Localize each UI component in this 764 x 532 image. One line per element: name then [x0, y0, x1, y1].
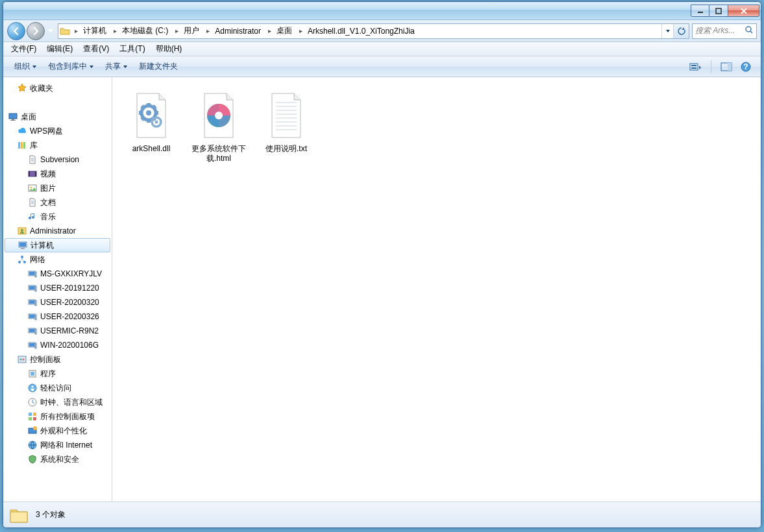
sidebar-item[interactable]: Subversion [3, 152, 112, 167]
file-label: 使用说明.txt [265, 144, 307, 154]
sidebar-item-label: 系统和安全 [40, 454, 79, 465]
svg-rect-64 [29, 413, 32, 416]
nav-bar: ▸ 计算机 ▸ 本地磁盘 (C:) ▸ 用户 ▸ Administrator ▸… [3, 20, 761, 42]
newfolder-button[interactable]: 新建文件夹 [133, 58, 184, 75]
breadcrumb[interactable]: 桌面 [274, 24, 296, 38]
sidebar-item-label: 文档 [40, 197, 56, 208]
address-bar[interactable]: ▸ 计算机 ▸ 本地磁盘 (C:) ▸ 用户 ▸ Administrator ▸… [58, 23, 689, 39]
sidebar-item[interactable]: 视频 [3, 167, 112, 181]
sidebar-item-label: 音乐 [40, 212, 56, 223]
svg-rect-14 [12, 119, 14, 120]
sidebar-item[interactable]: WPS网盘 [3, 124, 112, 138]
file-item[interactable]: 使用说明.txt [255, 85, 317, 167]
menu-edit[interactable]: 编辑(E) [42, 42, 78, 56]
forward-button[interactable] [27, 22, 45, 40]
chevron-right-icon[interactable]: ▸ [265, 24, 274, 38]
address-dropdown[interactable] [661, 24, 673, 38]
svg-rect-51 [29, 329, 34, 332]
status-text: 3 个对象 [36, 509, 66, 520]
sidebar-item[interactable]: 网络 [3, 252, 112, 267]
menu-help[interactable]: 帮助(H) [151, 42, 188, 56]
sidebar-item[interactable]: 系统和安全 [3, 452, 112, 466]
sidebar-item-label: 程序 [40, 369, 56, 380]
breadcrumb[interactable]: Administrator [212, 24, 265, 38]
svg-rect-52 [35, 329, 36, 334]
sidebar-item-label: 网络和 Internet [40, 440, 92, 451]
breadcrumb[interactable]: Arkshell.dll_V1.0_XiTongZhiJia [305, 24, 419, 38]
sidebar-item[interactable]: WIN-20200106G [3, 338, 112, 352]
view-options-button[interactable] [689, 60, 703, 74]
chevron-right-icon[interactable]: ▸ [296, 24, 305, 38]
svg-rect-34 [21, 248, 25, 249]
ease-icon [27, 382, 38, 394]
svg-rect-55 [35, 343, 36, 348]
sidebar-item[interactable]: USER-20200320 [3, 295, 112, 309]
sidebar-item[interactable]: 文档 [3, 195, 112, 210]
menu-view[interactable]: 查看(V) [78, 42, 114, 56]
sidebar-item[interactable]: 网络和 Internet [3, 438, 112, 452]
sidebar-item-label: USERMIC-R9N2 [40, 326, 99, 335]
sidebar-favorites[interactable]: 收藏夹 [3, 81, 112, 95]
back-button[interactable] [7, 22, 25, 40]
maximize-button[interactable] [709, 5, 728, 17]
music-icon [27, 211, 38, 223]
svg-rect-0 [698, 12, 703, 13]
status-bar: 3 个对象 [3, 502, 761, 527]
dll-file-icon [128, 88, 175, 143]
sidebar-item[interactable]: 计算机 [5, 238, 110, 252]
chevron-right-icon[interactable]: ▸ [71, 24, 80, 38]
menu-file[interactable]: 文件(F) [6, 42, 42, 56]
organize-button[interactable]: 组织 [8, 58, 42, 75]
breadcrumb[interactable]: 用户 [181, 24, 203, 38]
picture-icon [27, 182, 38, 194]
sidebar-item[interactable]: USERMIC-R9N2 [3, 324, 112, 338]
file-list[interactable]: arkShell.dll更多系统软件下载.html使用说明.txt [112, 77, 761, 502]
sidebar-item[interactable]: 时钟、语言和区域 [3, 395, 112, 409]
menu-bar: 文件(F) 编辑(E) 查看(V) 工具(T) 帮助(H) [3, 42, 761, 56]
search-input[interactable]: 搜索 Arks... [692, 23, 757, 39]
help-button[interactable]: ? [739, 60, 753, 74]
txt-file-icon [263, 88, 310, 143]
sidebar-desktop[interactable]: 桌面 [3, 110, 112, 124]
refresh-button[interactable] [673, 24, 689, 38]
svg-rect-23 [29, 171, 30, 176]
close-button[interactable] [728, 5, 759, 17]
chevron-right-icon[interactable]: ▸ [110, 24, 119, 38]
sidebar-item[interactable]: 图片 [3, 181, 112, 195]
preview-pane-button[interactable] [719, 60, 733, 74]
sidebar-item[interactable]: USER-20191220 [3, 281, 112, 295]
sidebar-item-label: 控制面板 [30, 354, 61, 365]
svg-rect-43 [35, 286, 36, 291]
folder-icon [58, 25, 71, 38]
svg-point-62 [32, 386, 34, 388]
nav-history-dropdown[interactable] [46, 25, 55, 38]
svg-rect-18 [23, 142, 25, 149]
sidebar-item[interactable]: USER-20200326 [3, 309, 112, 324]
computer-icon [17, 239, 29, 251]
sidebar-item[interactable]: 库 [3, 138, 112, 152]
sidebar-item[interactable]: Administrator [3, 224, 112, 238]
svg-point-26 [31, 187, 32, 189]
sidebar-item[interactable]: 所有控制面板项 [3, 409, 112, 424]
chevron-right-icon[interactable]: ▸ [203, 24, 212, 38]
chevron-right-icon[interactable]: ▸ [172, 24, 181, 38]
navigation-pane: 收藏夹桌面WPS网盘库Subversion视频图片文档音乐Administrat… [3, 77, 112, 502]
sidebar-item[interactable]: 程序 [3, 367, 112, 381]
minimize-button[interactable] [691, 5, 709, 17]
menu-tools[interactable]: 工具(T) [114, 42, 150, 56]
sidebar-item[interactable]: 控制面板 [3, 352, 112, 367]
network-icon [16, 254, 28, 265]
sidebar-item[interactable]: 轻松访问 [3, 381, 112, 395]
svg-rect-6 [690, 64, 698, 70]
sidebar-item[interactable]: 外观和个性化 [3, 424, 112, 438]
breadcrumb[interactable]: 计算机 [80, 24, 110, 38]
sidebar-item-label: MS-GXKIXRYJLV [40, 269, 102, 278]
pc-icon [27, 311, 38, 322]
sidebar-item[interactable]: MS-GXKIXRYJLV [3, 267, 112, 281]
sidebar-item[interactable]: 音乐 [3, 210, 112, 224]
share-button[interactable]: 共享 [99, 58, 133, 75]
include-button[interactable]: 包含到库中 [42, 58, 99, 75]
file-item[interactable]: 更多系统软件下载.html [188, 85, 250, 167]
breadcrumb[interactable]: 本地磁盘 (C:) [119, 24, 172, 38]
file-item[interactable]: arkShell.dll [120, 85, 182, 167]
